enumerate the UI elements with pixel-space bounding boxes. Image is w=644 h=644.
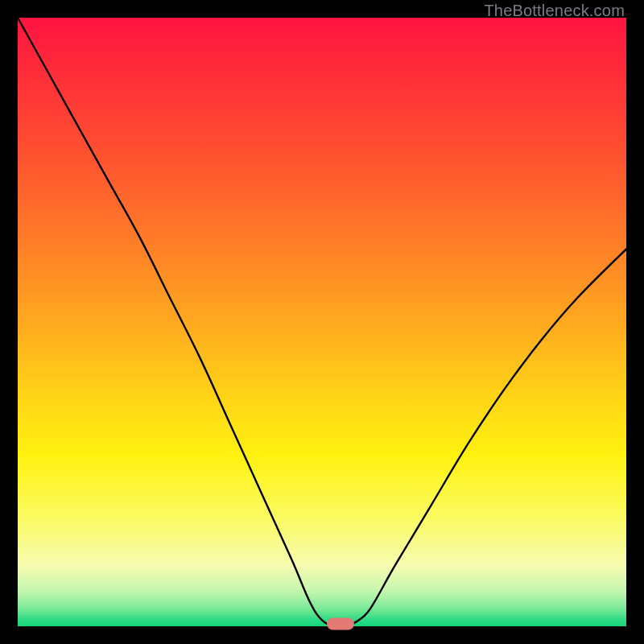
- bottleneck-curve: [18, 18, 626, 626]
- attribution-text: TheBottleneck.com: [484, 2, 625, 20]
- minimum-marker: [327, 617, 354, 630]
- plot-area: [18, 18, 626, 626]
- chart-frame: TheBottleneck.com: [0, 0, 644, 644]
